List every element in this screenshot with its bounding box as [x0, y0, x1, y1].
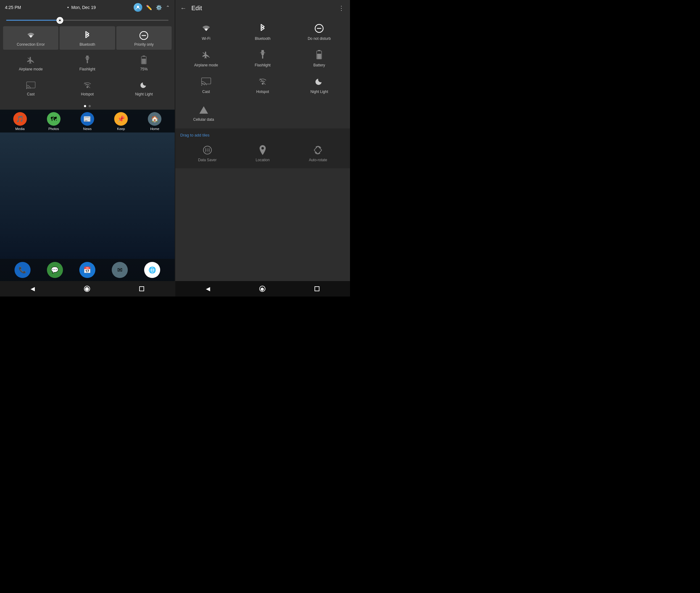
edit-tile-bluetooth[interactable]: Bluetooth: [235, 18, 290, 44]
tile-priority[interactable]: Priority only: [116, 26, 172, 50]
apps-strip: 🎵 Media 🗺 Photos 📰 News 📌 Keep 🏠 Home: [0, 110, 175, 132]
nav-bar-right: ◀ ⬤: [175, 281, 350, 296]
dock-phone[interactable]: 📞: [14, 262, 31, 278]
dot-1[interactable]: [84, 105, 86, 107]
edit-flashlight-label: Flashlight: [255, 63, 270, 67]
quick-tiles: Connection Error Bluetooth Priority only: [0, 23, 175, 103]
edit-bluetooth-label: Bluetooth: [255, 36, 271, 41]
tile-nightlight[interactable]: Night Light: [116, 76, 172, 100]
cast-icon: [26, 80, 36, 90]
battery-icon: [139, 55, 149, 65]
edit-tile-airplane[interactable]: Airplane mode: [178, 45, 234, 70]
tile-bluetooth[interactable]: Bluetooth: [59, 26, 115, 50]
tile-cast[interactable]: Cast: [3, 76, 58, 100]
drag-autorotate-label: Auto-rotate: [309, 158, 327, 162]
edit-tile-hotspot[interactable]: Hotspot: [235, 72, 290, 97]
edit-cast-label: Cast: [202, 89, 210, 94]
edit-hotspot-label: Hotspot: [256, 89, 269, 94]
svg-point-1: [59, 19, 61, 21]
drag-tile-location[interactable]: Location: [235, 141, 290, 165]
edit-tile-flashlight[interactable]: Flashlight: [235, 45, 290, 70]
dnd-icon: [139, 31, 149, 40]
dock-calendar[interactable]: 📅: [79, 262, 95, 278]
tile-wifi[interactable]: Connection Error: [3, 26, 58, 50]
collapse-icon[interactable]: ⌃: [166, 5, 170, 10]
drag-tile-autorotate[interactable]: Auto-rotate: [291, 141, 345, 165]
drag-datasaver-label: Data Saver: [198, 158, 217, 162]
nav-home-right[interactable]: ⬤: [259, 286, 265, 292]
back-button[interactable]: ←: [180, 5, 186, 12]
svg-rect-18: [142, 59, 146, 64]
edit-tile-cast[interactable]: Cast: [178, 72, 234, 97]
more-button[interactable]: ⋮: [338, 4, 345, 12]
tile-battery[interactable]: 75%: [116, 51, 172, 74]
status-dot: •: [67, 5, 69, 10]
dock-chrome[interactable]: 🌐: [144, 262, 160, 278]
flashlight-icon: [82, 55, 92, 65]
brightness-row: [0, 15, 175, 23]
tile-airplane-label: Airplane mode: [19, 67, 43, 71]
edit-wifi-icon: [201, 23, 212, 34]
tile-wifi-label: Connection Error: [17, 42, 45, 47]
svg-point-34: [262, 83, 264, 85]
app-media[interactable]: 🎵 Media: [13, 112, 27, 131]
edit-tile-wifi[interactable]: Wi-Fi: [178, 18, 234, 44]
nav-back-right[interactable]: ◀: [206, 285, 210, 292]
tile-cast-label: Cast: [27, 92, 35, 96]
edit-dnd-icon: [314, 23, 325, 34]
dot-2[interactable]: [89, 105, 91, 107]
dock-gmail[interactable]: ✉: [112, 262, 128, 278]
edit-hotspot-icon: [257, 76, 268, 87]
svg-marker-36: [200, 106, 208, 114]
edit-title: Edit: [191, 5, 333, 12]
tile-bluetooth-label: Bluetooth: [80, 42, 95, 47]
app-home-label: Home: [150, 127, 159, 131]
brightness-thumb[interactable]: [56, 17, 63, 24]
edit-icon[interactable]: ✏️: [146, 5, 152, 10]
svg-rect-32: [202, 78, 211, 84]
tile-airplane[interactable]: Airplane mode: [3, 51, 58, 74]
edit-battery-icon: [314, 49, 325, 61]
app-keep-label: Keep: [117, 127, 125, 131]
tile-nightlight-label: Night Light: [135, 92, 153, 96]
app-photos[interactable]: 🗺 Photos: [47, 112, 60, 131]
right-panel: ← Edit ⋮ Wi-Fi Bluetooth: [175, 0, 350, 296]
brightness-slider[interactable]: [6, 20, 169, 21]
drag-section: Drag to add tiles Data Saver: [175, 128, 350, 168]
dock-hangouts[interactable]: 💬: [47, 262, 63, 278]
nav-home-left[interactable]: ⬤: [84, 286, 90, 292]
tile-hotspot[interactable]: Hotspot: [59, 76, 115, 100]
hotspot-icon: [82, 80, 92, 90]
cellular-row: Cellular data: [175, 98, 350, 127]
tile-flashlight[interactable]: Flashlight: [59, 51, 115, 74]
drag-datasaver-icon: [202, 145, 213, 155]
airplane-icon: [26, 55, 36, 65]
svg-rect-30: [318, 50, 320, 51]
svg-rect-31: [317, 54, 321, 59]
app-news[interactable]: 📰 News: [81, 112, 94, 131]
edit-tile-battery[interactable]: Battery: [292, 45, 347, 70]
app-keep[interactable]: 📌 Keep: [114, 112, 128, 131]
nav-recents-right[interactable]: [314, 286, 319, 291]
app-home[interactable]: 🏠 Home: [148, 112, 162, 131]
bluetooth-icon: [82, 31, 92, 40]
edit-tile-cellular[interactable]: Cellular data: [191, 100, 216, 125]
status-date: Mon, Dec 19: [71, 5, 131, 10]
app-dock: 📞 💬 📅 ✉ 🌐: [0, 259, 175, 281]
edit-tile-nightlight[interactable]: Night Light: [292, 72, 347, 97]
drag-location-label: Location: [256, 158, 269, 162]
brightness-sun-icon: [58, 18, 62, 23]
edit-tiles-grid: Wi-Fi Bluetooth Do not disturb: [175, 16, 350, 98]
avatar[interactable]: [134, 3, 142, 12]
wifi-icon: [26, 31, 36, 40]
status-time: 4:25 PM: [5, 5, 65, 10]
edit-header: ← Edit ⋮: [175, 0, 350, 16]
svg-line-9: [58, 22, 59, 22]
edit-tile-dnd[interactable]: Do not disturb: [292, 18, 347, 44]
svg-rect-27: [262, 55, 263, 59]
drag-tile-datasaver[interactable]: Data Saver: [180, 141, 234, 165]
nav-recents-left[interactable]: [139, 286, 144, 291]
brightness-track: [6, 20, 169, 21]
nav-back-left[interactable]: ◀: [31, 285, 35, 292]
settings-icon[interactable]: ⚙️: [156, 5, 162, 10]
